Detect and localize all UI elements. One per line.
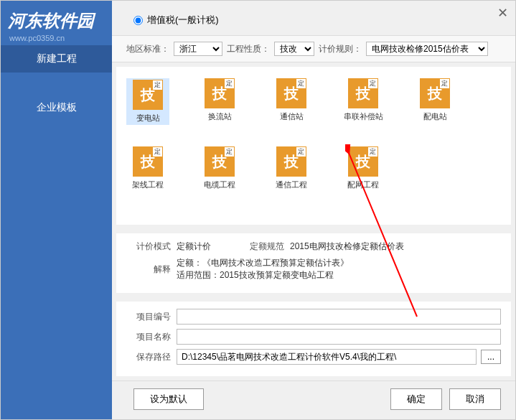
proj-name-label: 项目名称 — [126, 331, 177, 343]
template-item-overhead-line[interactable]: 技定 架线工程 — [126, 146, 169, 190]
rule-select[interactable]: 电网技改检修2015估价表 — [366, 42, 488, 56]
sidebar-item-new-project[interactable]: 新建工程 — [1, 45, 112, 73]
rule-label: 计价规则： — [319, 43, 362, 55]
proj-no-input[interactable] — [177, 309, 501, 325]
template-item-substation[interactable]: 技定 变电站 — [126, 78, 169, 125]
template-item-converter[interactable]: 技定 换流站 — [198, 78, 241, 125]
close-icon[interactable]: ✕ — [497, 5, 508, 21]
footer: 设为默认 确定 取消 — [112, 381, 515, 417]
logo-url: www.pc0359.cn — [1, 34, 112, 45]
ok-button[interactable]: 确定 — [390, 388, 442, 410]
project-info: 项目编号 项目名称 保存路径 ... — [116, 302, 511, 376]
explain-line2: 适用范围：2015技改预算定额变电站工程 — [177, 269, 501, 281]
sidebar-item-templates[interactable]: 企业模板 — [1, 94, 112, 121]
pricing-info: 计价模式定额计价 定额规范2015电网技改检修定额估价表 解释 定额：《电网技术… — [116, 233, 511, 293]
cancel-button[interactable]: 取消 — [449, 388, 501, 410]
tax-radio-row: 增值税(一般计税) — [112, 1, 515, 35]
sidebar: 河东软件园 www.pc0359.cn 新建工程 企业模板 — [1, 1, 112, 419]
template-item-comm-station[interactable]: 技定 通信站 — [270, 78, 313, 125]
browse-button[interactable]: ... — [481, 350, 501, 364]
proj-name-input[interactable] — [177, 329, 501, 345]
mode-value: 定额计价 — [177, 241, 211, 253]
path-label: 保存路径 — [126, 351, 177, 363]
region-label: 地区标准： — [126, 43, 169, 55]
template-item-series-comp[interactable]: 技定 串联补偿站 — [342, 78, 385, 125]
tax-radio[interactable] — [133, 16, 143, 25]
proj-no-label: 项目编号 — [126, 311, 177, 323]
mode-label: 计价模式 — [126, 241, 177, 253]
region-select[interactable]: 浙江 — [174, 42, 222, 56]
tax-label: 增值税(一般计税) — [147, 14, 219, 27]
main-panel: ✕ 增值税(一般计税) 地区标准： 浙江 工程性质： 技改 计价规则： 电网技改… — [112, 1, 515, 419]
nature-select[interactable]: 技改 — [274, 42, 314, 56]
template-item-dist-network[interactable]: 技定 配网工程 — [342, 146, 385, 190]
explain-line1: 定额：《电网技术改造工程预算定额估计表》 — [177, 257, 501, 269]
explain-label: 解释 — [126, 263, 177, 276]
template-grid: 技定 变电站 技定 换流站 技定 通信站 技定 串联补偿站 技定 配电站 — [116, 67, 511, 225]
template-item-comm-project[interactable]: 技定 通信工程 — [270, 146, 313, 190]
filter-bar: 地区标准： 浙江 工程性质： 技改 计价规则： 电网技改检修2015估价表 — [112, 35, 515, 62]
nature-label: 工程性质： — [227, 43, 270, 55]
spec-label: 定额规范 — [240, 241, 290, 253]
template-item-cable[interactable]: 技定 电缆工程 — [198, 146, 241, 190]
spec-value: 2015电网技改检修定额估价表 — [290, 241, 404, 253]
set-default-button[interactable]: 设为默认 — [133, 388, 204, 410]
path-input[interactable] — [177, 349, 477, 365]
template-item-distribution[interactable]: 技定 配电站 — [413, 78, 456, 125]
logo-text: 河东软件园 — [1, 1, 112, 34]
